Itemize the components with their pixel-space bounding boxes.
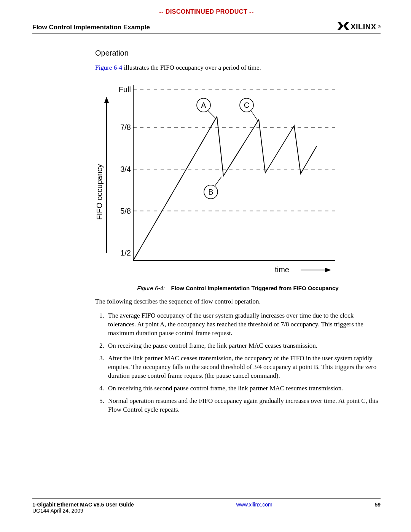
step-1: The average FIFO occupancy of the user s… xyxy=(106,312,381,338)
intro-text: illustrates the FIFO occupancy over a pe… xyxy=(122,64,261,71)
svg-marker-0 xyxy=(338,22,343,30)
figure-title: Flow Control Implementation Triggered fr… xyxy=(171,285,339,291)
svg-marker-5 xyxy=(325,268,331,272)
x-axis-label: time xyxy=(275,265,289,274)
page-footer: 1-Gigabit Ethernet MAC v8.5 User Guide U… xyxy=(32,498,381,514)
discontinued-banner: -- DISCONTINUED PRODUCT -- xyxy=(32,8,381,15)
annotation-C: C xyxy=(244,101,249,109)
tick-12: 1/2 xyxy=(120,249,131,257)
svg-line-15 xyxy=(208,110,216,119)
tick-58: 5/8 xyxy=(120,207,131,215)
footer-doc-sub: UG144 April 24, 2009 xyxy=(32,508,134,514)
step-3: After the link partner MAC ceases transm… xyxy=(106,354,381,380)
svg-line-17 xyxy=(215,177,221,186)
annotation-A: A xyxy=(201,101,206,109)
steps-list: The average FIFO occupancy of the user s… xyxy=(95,312,381,414)
figure-caption: Figure 6-4: Flow Control Implementation … xyxy=(95,284,381,292)
y-axis-label: FIFO occupancy xyxy=(95,164,104,220)
content-area: Operation Figure 6-4 illustrates the FIF… xyxy=(95,48,381,414)
figure-label: Figure 6-4: xyxy=(137,285,165,291)
operation-heading: Operation xyxy=(95,48,381,58)
step-4: On receiving this second pause control f… xyxy=(106,384,381,393)
sequence-intro: The following describes the sequence of … xyxy=(95,297,381,306)
logo-text: XILINX xyxy=(350,22,376,31)
xilinx-logo: XILINX® xyxy=(338,22,381,31)
step-2: On receiving the pause control frame, th… xyxy=(106,342,381,350)
tick-78: 7/8 xyxy=(120,123,131,131)
tick-34: 3/4 xyxy=(120,165,131,173)
svg-marker-3 xyxy=(104,97,109,103)
footer-url[interactable]: www.xilinx.com xyxy=(236,502,272,508)
figure-6-4: FIFO occupancy time Full 7/8 xyxy=(95,78,381,292)
svg-line-16 xyxy=(251,110,258,121)
figure-link[interactable]: Figure 6-4 xyxy=(95,64,122,71)
xilinx-icon xyxy=(338,22,349,31)
intro-paragraph: Figure 6-4 illustrates the FIFO occupanc… xyxy=(95,64,381,72)
section-title: Flow Control Implementation Example xyxy=(32,24,150,31)
step-5: Normal operation resumes and the FIFO oc… xyxy=(106,397,381,414)
tick-full: Full xyxy=(119,85,131,94)
svg-marker-1 xyxy=(343,22,349,30)
annotation-B: B xyxy=(208,188,213,196)
logo-reg: ® xyxy=(378,25,381,29)
page-number: 59 xyxy=(374,502,381,514)
page-header: Flow Control Implementation Example XILI… xyxy=(32,22,381,34)
fifo-occupancy-chart: FIFO occupancy time Full 7/8 xyxy=(95,78,339,280)
footer-doc-title: 1-Gigabit Ethernet MAC v8.5 User Guide xyxy=(32,502,134,508)
